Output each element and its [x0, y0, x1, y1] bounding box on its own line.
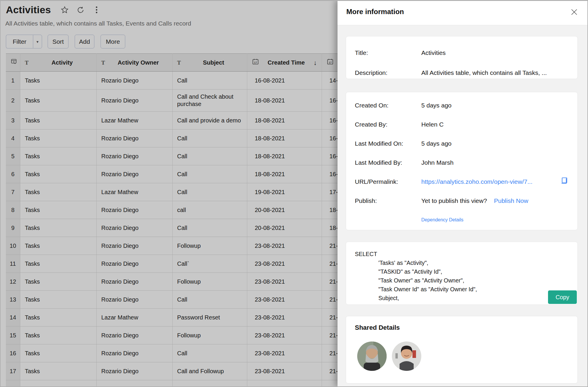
shared-user-avatar[interactable] — [392, 341, 421, 371]
description-label: Description: — [355, 69, 421, 76]
metadata-card: Created On: 5 days ago Created By: Helen… — [346, 92, 578, 230]
panel-header: More information — [338, 0, 588, 25]
last-modified-on-label: Last Modified On: — [355, 140, 421, 147]
dependency-details-link[interactable]: Dependency Details — [421, 217, 463, 223]
title-label: Title: — [355, 49, 421, 56]
url-permalink-label: URL/Permalink: — [355, 178, 421, 185]
copy-sql-button[interactable]: Copy — [548, 290, 577, 304]
more-information-panel: More information Title: Activities Descr… — [338, 0, 588, 387]
close-icon[interactable] — [569, 6, 580, 18]
shared-details-title: Shared Details — [355, 324, 569, 332]
last-modified-on-value: 5 days ago — [421, 140, 452, 147]
shared-details-card: Shared Details — [346, 316, 578, 383]
publish-status-text: Yet to publish this view? — [421, 197, 487, 204]
title-value: Activities — [421, 49, 446, 56]
last-modified-by-value: John Marsh — [421, 159, 454, 166]
panel-title: More information — [346, 8, 404, 16]
created-by-value: Helen C — [421, 121, 444, 128]
created-on-label: Created On: — [355, 102, 421, 109]
permalink-url-link[interactable]: https://analytics.zoho.com/open-view/7..… — [421, 178, 556, 185]
modal-dim-overlay[interactable] — [0, 0, 338, 387]
description-value: All Activities table, which contains all… — [421, 69, 547, 76]
created-on-value: 5 days ago — [421, 102, 452, 109]
shared-user-avatar[interactable] — [357, 341, 387, 371]
sql-query-card: SELECT'Tasks' as "Activity","TASKID" as … — [346, 242, 578, 305]
publish-label: Publish: — [355, 197, 421, 204]
last-modified-by-label: Last Modified By: — [355, 159, 421, 166]
publish-now-link[interactable]: Publish Now — [494, 197, 528, 204]
created-by-label: Created By: — [355, 121, 421, 128]
title-description-card: Title: Activities Description: All Activ… — [346, 36, 578, 79]
copy-url-icon[interactable] — [560, 176, 569, 187]
sql-query-text: SELECT'Tasks' as "Activity","TASKID" as … — [355, 250, 577, 305]
